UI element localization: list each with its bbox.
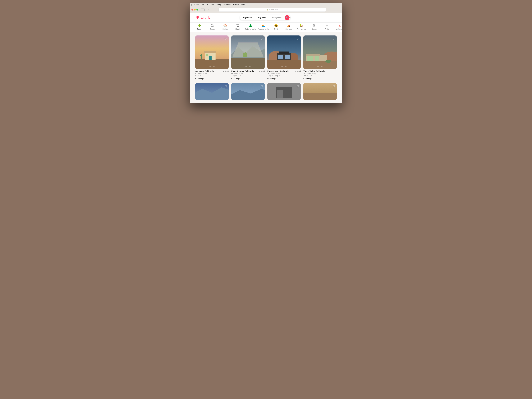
category-design-label: Design: [312, 28, 317, 30]
dot: [321, 66, 322, 67]
wishlist-btn-1[interactable]: ♡: [224, 37, 227, 40]
category-a-frames[interactable]: 🔺 A-frames: [336, 24, 342, 32]
category-amazing-pools[interactable]: 🏊 Amazing pools: [259, 24, 267, 32]
category-national-parks-label: National parks: [245, 28, 256, 30]
listing-card-1[interactable]: ♡ Aguanga, California ★ 4.96 87 miles a: [195, 35, 228, 80]
listing-location-2: Palm Springs, California: [231, 70, 254, 72]
listing-image-6: ♡: [231, 83, 265, 100]
category-cabins-label: Cabins: [222, 28, 228, 30]
back-button[interactable]: ‹: [206, 8, 207, 11]
search-any-week[interactable]: Any week: [255, 15, 269, 20]
listing-info-3: Pioneertown, California ★ 4.95 101 miles…: [267, 69, 301, 80]
listing-card-6[interactable]: ♡: [231, 83, 265, 100]
listing-card-5[interactable]: ♡: [195, 83, 228, 100]
wishlist-btn-6[interactable]: ♡: [260, 85, 263, 88]
menu-edit[interactable]: Edit: [206, 4, 209, 6]
menu-view[interactable]: View: [210, 4, 214, 6]
listing-top-row-1: Aguanga, California ★ 4.96: [195, 70, 228, 72]
listing-top-row-3: Pioneertown, California ★ 4.95: [267, 70, 301, 72]
dot: [285, 66, 286, 67]
wishlist-btn-2[interactable]: ♡: [260, 37, 263, 40]
dot: [320, 66, 320, 67]
listing-top-row-2: Palm Springs, California ★ 4.95: [231, 70, 265, 72]
address-bar[interactable]: 🔒 airbnb.com: [218, 8, 326, 12]
listing-card-3[interactable]: ♡ Pioneertown, California ★ 4.95 101 mi: [267, 35, 301, 80]
wishlist-btn-5[interactable]: ♡: [224, 85, 227, 88]
category-design[interactable]: 🏛 Design: [310, 24, 318, 32]
wishlist-btn-8[interactable]: ♡: [332, 85, 335, 88]
category-desert[interactable]: 🌵 Desert: [195, 24, 204, 32]
category-national-parks[interactable]: 🌲 National parks: [246, 24, 255, 32]
wishlist-btn-4[interactable]: ♡: [332, 37, 335, 40]
menu-window[interactable]: Window: [233, 4, 239, 6]
category-beach-label: Beach: [210, 28, 215, 30]
listing-price-2: $461 night: [231, 78, 265, 80]
menu-help[interactable]: Help: [241, 4, 245, 6]
search-button[interactable]: 🔍: [285, 15, 290, 20]
islands-icon: 🏝: [236, 24, 239, 27]
menu-bookmarks[interactable]: Bookmarks: [223, 4, 231, 6]
sidebar-toggle[interactable]: [201, 8, 204, 11]
category-islands[interactable]: 🏝 Islands: [234, 24, 242, 32]
listing-card-8[interactable]: ♡: [304, 83, 337, 100]
wishlist-btn-7[interactable]: ♡: [297, 85, 299, 88]
forward-button[interactable]: ›: [208, 8, 209, 11]
dot: [286, 66, 287, 67]
wishlist-btn-3[interactable]: ♡: [297, 37, 299, 40]
dot: [318, 66, 319, 67]
listing-info-2: Palm Springs, California ★ 4.95 95 miles…: [231, 69, 265, 80]
search-anywhere[interactable]: Anywhere: [240, 15, 255, 20]
svg-rect-3: [204, 51, 216, 53]
amazing-pools-icon: 🏊: [261, 24, 265, 27]
category-tiny-homes[interactable]: 🏡 Tiny homes: [297, 24, 306, 32]
listing-dates-4: Jul 10 – 15: [304, 75, 337, 77]
listing-image-1: ♡: [195, 35, 228, 69]
dot: [212, 66, 212, 67]
category-cabins[interactable]: 🏠 Cabins: [221, 24, 229, 32]
category-camping[interactable]: ⛺ Camping: [285, 24, 293, 32]
category-tiny-homes-label: Tiny homes: [297, 28, 306, 30]
menu-history[interactable]: History: [216, 4, 221, 6]
airbnb-logo-text: airbnb: [201, 16, 210, 19]
apple-menu[interactable]: : [191, 4, 192, 6]
listing-image-3: ♡: [267, 35, 301, 69]
listing-dates-3: Aug 31 – Sep 5: [267, 75, 301, 77]
svg-rect-6: [201, 54, 202, 59]
camping-icon: ⛺: [287, 24, 291, 27]
fullscreen-button[interactable]: [196, 9, 198, 11]
category-arctic[interactable]: ❄ Arctic: [323, 24, 331, 32]
dot: [214, 66, 215, 67]
dot: [281, 66, 282, 67]
listing-dates-1: Sep 25 – 30: [195, 75, 228, 77]
image-dots-3: [281, 66, 287, 67]
listing-info-1: Aguanga, California ★ 4.96 87 miles away…: [195, 69, 228, 80]
listing-card-4[interactable]: ♡ Yucca Valley, California 101 miles a: [304, 35, 337, 80]
menu-safari[interactable]: Safari: [194, 4, 199, 6]
category-arctic-label: Arctic: [325, 28, 329, 30]
minimize-button[interactable]: [194, 9, 196, 11]
nav-arrows: ‹ ›: [206, 8, 209, 11]
svg-rect-20: [285, 55, 290, 59]
airbnb-page: airbnb Anywhere Any week Add guests 🔍 🌵 …: [190, 13, 342, 103]
category-beach[interactable]: ⛱ Beach: [208, 24, 216, 32]
dot: [209, 66, 210, 67]
close-button[interactable]: [191, 9, 193, 11]
category-omg-label: OMG!: [274, 28, 278, 30]
search-add-guests[interactable]: Add guests: [269, 15, 285, 20]
listing-location-4: Yucca Valley, California: [304, 70, 325, 72]
dot: [246, 66, 247, 67]
category-nav: 🌵 Desert ⛱ Beach 🏠 Cabins 🏝 Islands 🌲 Na…: [190, 23, 342, 32]
menu-file[interactable]: File: [201, 4, 204, 6]
category-omg[interactable]: 😮 OMG!: [272, 24, 280, 32]
category-desert-label: Desert: [197, 28, 202, 30]
listing-distance-3: 101 miles away: [267, 73, 301, 75]
a-frames-icon: 🔺: [338, 24, 342, 27]
more-icon[interactable]: ···: [339, 8, 341, 11]
airbnb-logo[interactable]: airbnb: [195, 15, 210, 20]
svg-rect-28: [304, 61, 337, 69]
shield-icon[interactable]: 🛡: [336, 8, 338, 11]
listing-card-2[interactable]: ♡ Palm Springs, California ★ 4.95 95 mi: [231, 35, 265, 80]
listing-price-4: $489 night: [304, 78, 337, 80]
listing-card-7[interactable]: ♡: [267, 83, 301, 100]
listings-grid: ♡ Aguanga, California ★ 4.96 87 miles a: [190, 32, 342, 83]
